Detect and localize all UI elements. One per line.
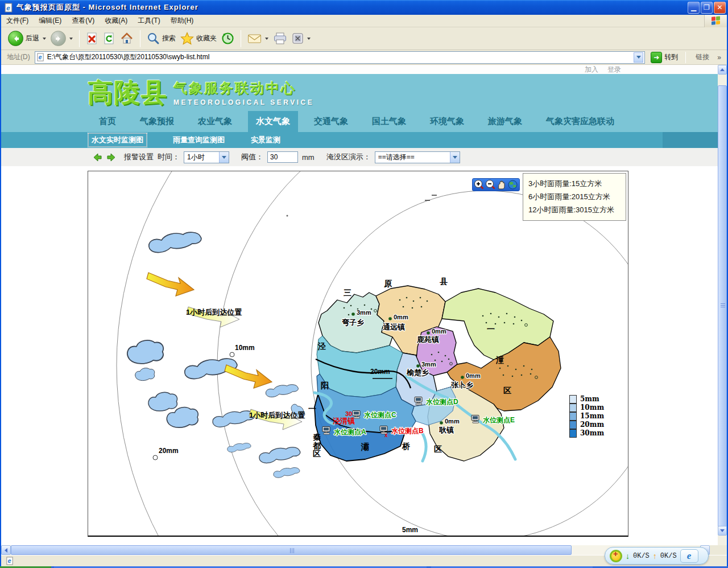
horizontal-scrollbar[interactable] [1,545,710,555]
ie-launcher-icon[interactable]: e [680,549,698,563]
svg-text:原: 原 [383,279,392,288]
forward-button[interactable] [48,30,75,47]
time-select-dropdown-icon [219,152,229,163]
station-E-icon[interactable] [471,415,479,423]
ie-page-icon: e [36,53,45,61]
vertical-scroll-thumb[interactable] [718,85,727,527]
favorites-button[interactable]: 收藏夹 [178,31,219,46]
join-link[interactable]: 加入 [585,65,598,75]
nav-land[interactable]: 国土气象 [364,111,414,132]
svg-text:潼: 潼 [495,355,504,364]
legend-swatch [569,412,577,421]
subtab-realtime-monitor[interactable]: 水文实时监测图 [88,133,147,147]
address-input[interactable]: e E:\气象台\原型20110530\原型20110530\swyb-list… [35,51,646,64]
back-dropdown-icon[interactable] [43,38,46,40]
station-A-label[interactable]: 水位测点A [333,428,366,436]
refresh-button[interactable] [101,31,118,47]
map-zoom-in-icon[interactable] [474,179,485,190]
nav-hydrology[interactable]: 水文气象 [248,111,298,132]
360-safety-icon[interactable] [610,550,622,562]
download-arrow-icon: ↓ [626,551,630,561]
nav-environment[interactable]: 环境气象 [422,111,472,132]
star-icon [180,32,194,45]
address-label: 地址(D) [7,52,30,62]
links-label[interactable]: 链接 [696,52,709,62]
maximize-button[interactable]: ❐ [701,2,713,14]
subtab-rain-query[interactable]: 雨量查询监测图 [173,135,225,145]
search-icon [147,32,160,45]
nav-disaster-emergency[interactable]: 气象灾害应急联动 [538,111,622,132]
svg-text:弯子乡: 弯子乡 [341,318,364,327]
edit-button[interactable] [289,31,313,46]
menu-file[interactable]: 文件(F) [1,14,34,27]
svg-text:区: 区 [313,449,321,458]
search-button[interactable]: 搜索 [144,31,178,46]
menu-view[interactable]: 查看(V) [67,14,100,27]
menu-favorites[interactable]: 收藏(A) [100,14,133,27]
legend-swatch [569,395,577,404]
horizontal-scroll-thumb[interactable] [11,545,572,555]
nav-tourism[interactable]: 旅游气象 [480,111,530,132]
hydrology-map[interactable]: 10mm 20mm 5mm [88,171,628,537]
ring-label-5mm: 5mm [402,526,418,534]
upload-arrow-icon: ↑ [653,551,657,561]
mail-icon [247,33,262,44]
vertical-scrollbar[interactable] [718,65,727,545]
station-B-label[interactable]: 水位测点B [391,427,424,435]
home-button[interactable] [118,31,136,47]
station-D-label[interactable]: 水位测点D [425,398,458,406]
window-border-left [0,0,1,566]
menu-edit[interactable]: 编辑(E) [34,14,67,27]
login-link[interactable]: 登录 [607,65,621,75]
legend-label: 15mm [577,412,604,420]
svg-text:e: e [38,54,42,60]
close-button[interactable]: ✕ [714,2,726,14]
subnav-right-block [663,132,719,148]
map-zoom-out-icon[interactable] [485,179,496,190]
nav-traffic[interactable]: 交通气象 [306,111,356,132]
stop-icon [86,32,98,46]
station-C-icon[interactable] [353,411,360,419]
threshold-input[interactable] [267,151,298,163]
station-C-label[interactable]: 水位测点C [363,411,396,419]
nav-home[interactable]: 首页 [91,111,124,132]
time-select[interactable]: 1小时 [184,151,229,163]
stop-button[interactable] [84,31,101,47]
flood-demo-select[interactable]: ==请选择== [375,151,460,163]
favorites-label: 收藏夹 [196,34,217,43]
go-button[interactable]: ➜ 转到 [651,52,678,63]
title-bar[interactable]: e 气象预报页面原型 - Microsoft Internet Explorer… [0,0,728,15]
main-nav: 首页 气象预报 农业气象 水文气象 交通气象 国土气象 环境气象 旅游气象 气象… [1,111,719,132]
menu-tools[interactable]: 工具(T) [133,14,165,27]
scroll-down-button[interactable] [718,526,727,536]
history-button[interactable] [219,31,237,46]
map-pan-hand-icon[interactable] [496,179,507,190]
station-E-label[interactable]: 水位测点E [482,416,515,424]
nav-weather-forecast[interactable]: 气象预报 [132,111,182,132]
minimize-button[interactable]: ▁ [688,2,700,14]
menu-help[interactable]: 帮助(H) [166,14,199,27]
station-A-icon[interactable] [322,427,330,435]
alarm-controls: 报警设置 时间： 1小时 阀值： mm 淹没区演示： ==请选择== [1,148,719,166]
svg-text:灞: 灞 [361,442,369,451]
mail-button[interactable] [245,32,271,46]
map-globe-icon[interactable] [507,179,518,190]
scroll-up-button[interactable] [718,65,727,75]
legend-label: 30mm [577,429,604,437]
forward-dropdown-icon[interactable] [69,38,73,40]
next-arrow-icon[interactable] [106,153,117,162]
print-button[interactable] [271,31,289,46]
prev-arrow-icon[interactable] [92,153,102,162]
toolbar-separator [140,30,140,47]
station-D-icon[interactable] [415,397,422,405]
subtab-live-view[interactable]: 实景监测 [251,135,280,145]
scroll-left-button[interactable] [1,545,11,555]
net-speed-widget[interactable]: ↓ 0K/S ↑ 0K/S e [605,547,709,565]
threshold-unit: mm [302,153,315,162]
address-dropdown-button[interactable] [634,52,643,63]
links-chevron[interactable]: » [717,53,721,61]
back-button[interactable]: 后退 [6,30,48,47]
edit-dropdown-icon[interactable] [307,38,311,40]
nav-agriculture[interactable]: 农业气象 [190,111,240,132]
mail-dropdown-icon[interactable] [265,38,268,40]
